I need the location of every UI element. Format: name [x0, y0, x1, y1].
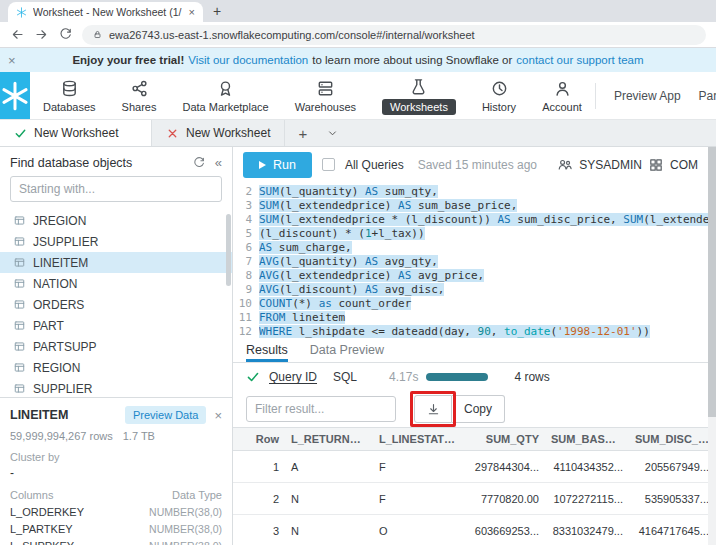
nav-item-label: Data Marketplace	[182, 101, 268, 113]
documentation-link[interactable]: Visit our documentation	[188, 54, 308, 66]
code-line: SUM(l_quantity) AS sum_qty,	[259, 185, 708, 199]
table-cell: 2	[233, 493, 285, 505]
run-button[interactable]: Run	[243, 152, 312, 178]
saved-status: Saved 15 minutes ago	[418, 158, 537, 172]
all-queries-checkbox[interactable]	[322, 158, 335, 171]
tab-close-icon[interactable]: ×	[189, 6, 195, 18]
line-number: 8	[233, 269, 252, 283]
table-cell: F	[373, 461, 461, 473]
detail-size: 1.7 TB	[123, 430, 155, 442]
table-icon	[13, 277, 26, 290]
nav-item-label: Shares	[122, 101, 157, 113]
column-type: NUMBER(38,0)	[149, 540, 222, 545]
warehouse-selector[interactable]: COM	[670, 158, 698, 172]
url-text: ewa26743.us-east-1.snowflakecomputing.co…	[109, 29, 475, 41]
header-cell[interactable]: L_RETURNFLAG	[285, 433, 373, 445]
tree-item-partsupp[interactable]: PARTSUPP	[0, 336, 232, 357]
nav-item-shares[interactable]: Shares	[109, 72, 170, 119]
column-list: L_ORDERKEYNUMBER(38,0)L_PARTKEYNUMBER(38…	[10, 506, 222, 545]
table-row[interactable]: 2NF7770820.001072272115...535905337...	[233, 483, 708, 515]
tree-item-jregion[interactable]: JREGION	[0, 210, 232, 231]
table-row[interactable]: 1AF297844304...4110434352...205567949...	[233, 451, 708, 483]
worksheet-tab-error[interactable]: New Worksheet	[152, 120, 285, 146]
tree-item-supplier[interactable]: SUPPLIER	[0, 378, 232, 397]
line-number: 7	[233, 255, 252, 269]
chevron-down-icon[interactable]	[326, 127, 339, 140]
tree-scrollbar[interactable]	[226, 214, 231, 286]
nav-item-warehouses[interactable]: Warehouses	[282, 72, 369, 119]
column-row: L_SUPPKEYNUMBER(38,0)	[10, 540, 222, 545]
tree-item-orders[interactable]: ORDERS	[0, 294, 232, 315]
results-tab-bar: Results Data Preview	[233, 339, 708, 363]
role-selector[interactable]: SYSADMIN	[579, 158, 642, 172]
columns-label: Columns	[10, 489, 53, 501]
sidebar: Find database objects « JREGIONJSUPPLIER…	[0, 147, 233, 545]
worksheet-tab-active[interactable]: New Worksheet	[0, 120, 152, 146]
page-scrollbar[interactable]	[708, 147, 716, 545]
code-line: FROM lineitem	[259, 311, 708, 325]
download-button[interactable]	[414, 395, 452, 423]
sql-link[interactable]: SQL	[333, 370, 357, 384]
banner-close-icon[interactable]: ×	[8, 53, 16, 68]
code-line: AVG(l_extendedprice) AS avg_price,	[259, 269, 708, 283]
error-x-icon	[166, 127, 179, 140]
tree-item-label: LINEITEM	[33, 256, 88, 270]
support-link[interactable]: contact our support team	[516, 54, 643, 66]
nav-item-worksheets[interactable]: Worksheets	[369, 72, 469, 119]
table-row[interactable]: 3NO603669253...8331032479...4164717645..…	[233, 515, 708, 545]
tree-item-label: JREGION	[33, 214, 86, 228]
tree-item-nation[interactable]: NATION	[0, 273, 232, 294]
sql-editor[interactable]: 23456789101112 SUM(l_quantity) AS sum_qt…	[233, 182, 708, 339]
results-table: RowL_RETURNFLAGL_LINESTATUSSUM_QTYSUM_BA…	[233, 427, 708, 545]
code-line: (l_discount) * (1+l_tax))	[259, 227, 708, 241]
preview-data-button[interactable]: Preview Data	[125, 406, 206, 424]
header-cell[interactable]: Row	[233, 433, 285, 445]
code-line: COUNT(*) as count_order	[259, 297, 708, 311]
table-icon	[13, 319, 26, 332]
url-bar[interactable]: ewa26743.us-east-1.snowflakecomputing.co…	[82, 25, 706, 45]
filter-result-input[interactable]	[246, 396, 396, 422]
collapse-sidebar-icon[interactable]: «	[215, 155, 222, 170]
line-number: 2	[233, 185, 252, 199]
nav-item-partner-connect[interactable]: Part	[699, 89, 716, 103]
query-id-link[interactable]: Query ID	[269, 370, 317, 384]
browser-tab[interactable]: Worksheet - New Worksheet (1/ ×	[8, 2, 203, 22]
header-cell[interactable]: SUM_DISC_PRICE	[629, 433, 708, 445]
banner-middle-text: to learn more about using Snowflake or	[312, 54, 512, 66]
nav-item-label: Warehouses	[295, 101, 356, 113]
scrollbar-thumb[interactable]	[708, 147, 716, 417]
tree-item-label: ORDERS	[33, 298, 84, 312]
tree-item-region[interactable]: REGION	[0, 357, 232, 378]
detail-close-icon[interactable]: ×	[214, 408, 222, 423]
tree-item-lineitem[interactable]: LINEITEM	[0, 252, 232, 273]
header-cell[interactable]: L_LINESTATUS	[373, 433, 461, 445]
nav-item-history[interactable]: History	[469, 72, 529, 119]
nav-item-data-marketplace[interactable]: Data Marketplace	[169, 72, 281, 119]
refresh-icon[interactable]	[192, 156, 206, 170]
nav-item-databases[interactable]: Databases	[30, 72, 109, 119]
back-icon[interactable]	[10, 27, 25, 42]
results-filter-row: Copy	[233, 391, 708, 427]
forward-icon[interactable]	[34, 27, 49, 42]
add-worksheet-button[interactable]: +	[285, 120, 320, 146]
code-line: WHERE l_shipdate <= dateadd(day, 90, to_…	[259, 325, 708, 339]
query-duration: 4.17s	[389, 370, 418, 384]
tab-data-preview[interactable]: Data Preview	[310, 343, 384, 362]
tree-item-part[interactable]: PART	[0, 315, 232, 336]
new-tab-button[interactable]: +	[213, 3, 221, 19]
warehouses-icon	[316, 79, 335, 98]
reload-icon[interactable]	[58, 27, 73, 42]
nav-item-account[interactable]: Account	[529, 72, 595, 119]
column-row: L_PARTKEYNUMBER(38,0)	[10, 523, 222, 535]
header-cell[interactable]: SUM_BASE_PRICE	[545, 433, 629, 445]
tab-results[interactable]: Results	[246, 343, 288, 362]
snowflake-logo[interactable]	[0, 72, 30, 119]
nav-item-preview-app[interactable]: Preview App	[614, 89, 681, 103]
header-cell[interactable]: SUM_QTY	[461, 433, 545, 445]
copy-button[interactable]: Copy	[452, 395, 505, 423]
table-detail-panel: LINEITEM Preview Data × 59,999,994,267 r…	[0, 397, 232, 545]
object-search-input[interactable]	[10, 176, 222, 202]
tree-item-jsupplier[interactable]: JSUPPLIER	[0, 231, 232, 252]
download-icon	[426, 402, 441, 417]
results-table-body: 1AF297844304...4110434352...205567949...…	[233, 451, 708, 545]
